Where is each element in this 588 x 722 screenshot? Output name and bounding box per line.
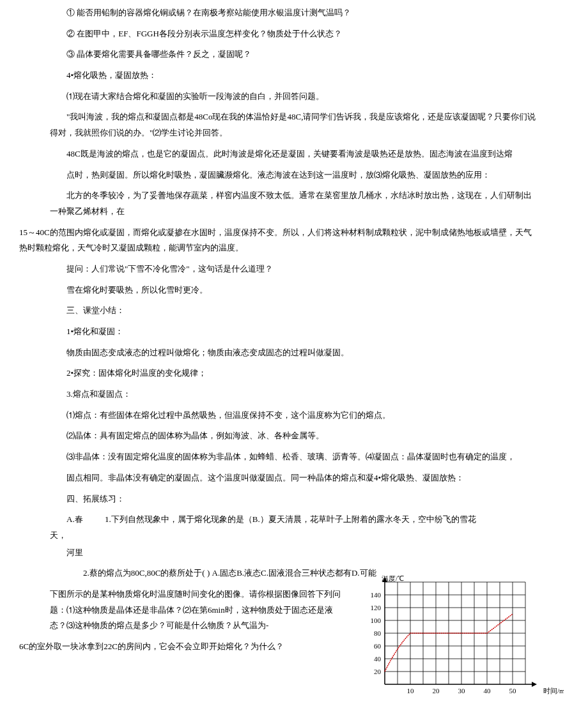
heading-summary: 三、课堂小结： [50,303,538,319]
svg-text:120: 120 [371,604,382,611]
svg-text:100: 100 [371,617,382,624]
svg-marker-3 [532,682,537,687]
paragraph-haibo-4: 点时，热则凝固。所以熔化时吸热，凝固臟濒熔化。液态海波在达到这一温度时，放⑶熔化… [50,167,538,183]
svg-text:40: 40 [374,655,382,663]
melting-chart: 温度/℃ [359,576,564,703]
summary-3d: 固点相同。非晶体没有确定的凝固点。这个温度叫做凝固点。同一种晶体的熔点和凝4•熔… [50,470,538,486]
summary-2: 2•探究：固体熔化时温度的变化规律； [50,365,538,381]
question-3: ③ 晶体要熔化需要具备哪些条件？反之，凝固呢？ [50,47,538,63]
svg-text:20: 20 [374,668,382,675]
svg-text:10: 10 [407,687,415,695]
svg-text:20: 20 [433,687,440,695]
paragraph-material: 15～40C的范围内熔化或凝固，而熔化或凝掺在水固时，温度保持不变。所以，人们将… [19,225,538,256]
exercise-heading: 四、拓展练习： [50,491,538,507]
question-2: ② 在图甲中，EF、FGGH各段分别表示温度怎样变化？物质处于什么状态？ [50,26,538,42]
chart-xlabel: 时间/min [543,687,564,695]
paragraph-haibo-1: ⑴现在请大家结合熔化和凝固的实验听一段海波的自白，并回答问题。 [50,89,538,105]
exercise-1-body: 1.下列自然现象中，属于熔化现象的是（B.）夏天清晨，花草叶子上附着的露水冬天，… [88,512,538,543]
svg-text:80: 80 [374,629,382,637]
summary-3-head: 3.熔点和凝固点： [50,387,538,403]
paragraph-haibo-3: 48C既是海波的熔点，也是它的凝固点。此时海波是熔化还是凝固，关键要看海波是吸热… [50,146,538,162]
exercise-1-option-a: A.春天， [50,512,88,543]
svg-text:40: 40 [484,687,491,695]
paragraph-question-snow: 提问：人们常说"下雪不冷化雪冷"，这句话是什么道理？ [50,261,538,277]
paragraph-answer-snow: 雪在熔化时要吸热，所以化雪时更冷。 [50,282,538,298]
exercise-1-option-b: 河里 [50,545,88,561]
exercise-1-row: A.春天， 1.下列自然现象中，属于熔化现象的是（B.）夏天清晨，花草叶子上附着… [50,512,538,560]
svg-text:30: 30 [458,687,466,695]
heading-4: 4•熔化吸热，凝固放热： [50,68,538,84]
exercise-4: 6C的室外取一块冰拿到22C的房间内，它会不会立即开始熔化？为什么？ [19,639,344,655]
svg-text:60: 60 [374,642,382,650]
paragraph-haibo-2: "我叫海波，我的熔点和凝固点都是48Co现在我的体温恰好是48C,请同学们告诉我… [50,109,538,141]
summary-3c: ⑶非晶体：没有固定熔化温度的固体称为非晶体，如蜂蜡、松香、玻璃、沥青等。⑷凝固点… [50,449,538,465]
svg-text:140: 140 [371,591,382,599]
exercise-3: 下图所示的是某种物质熔化时温度随时间变化的图像。请你根据图像回答下列问题：⑴这种… [50,587,344,634]
svg-text:50: 50 [509,687,517,695]
summary-1-head: 1•熔化和凝固： [50,324,538,340]
summary-1-body: 物质由固态变成液态的过程叫做熔化；物质由液态变成固态的过程叫做凝固。 [50,345,538,361]
question-1: ① 能否用铅制的容器熔化铜或锡？在南极考察站能使用水银温度计测气温吗？ [50,5,538,21]
summary-3a: ⑴熔点：有些固体在熔化过程中虽然吸热，但温度保持不变，这个温度称为它们的熔点。 [50,408,538,424]
summary-3b: ⑵晶体：具有固定熔点的固体称为晶体，例如海波、冰、各种金属等。 [50,428,538,444]
paragraph-north-1: 北方的冬季较冷，为了妥善地保存蔬菜，样窖内温度不致太低。通常在菜窖里放几桶水，水… [50,188,538,219]
